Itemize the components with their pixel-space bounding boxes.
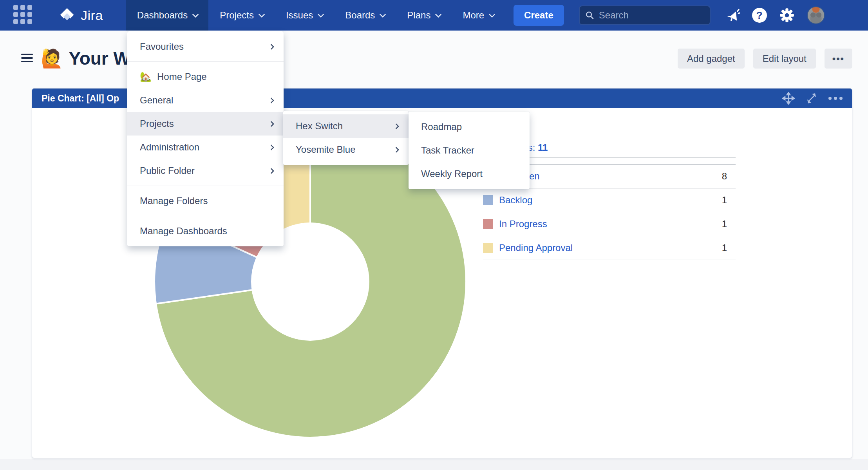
menu-item-task-tracker[interactable]: Task Tracker bbox=[409, 139, 530, 162]
chevron-right-icon bbox=[268, 97, 275, 103]
menu-item-label: Manage Dashboards bbox=[140, 226, 227, 237]
nav-item-issues[interactable]: Issues bbox=[275, 0, 334, 31]
menu-item-home-page[interactable]: 🏡Home Page bbox=[127, 65, 284, 89]
search-input[interactable] bbox=[599, 10, 704, 21]
expand-icon[interactable] bbox=[806, 92, 817, 104]
user-avatar[interactable] bbox=[807, 6, 825, 24]
nav-item-label: Dashboards bbox=[137, 10, 188, 21]
menu-item-manage-folders[interactable]: Manage Folders bbox=[127, 189, 284, 213]
nav-menu: DashboardsProjectsIssuesBoardsPlansMore bbox=[126, 0, 505, 31]
nav-item-label: Projects bbox=[220, 10, 254, 21]
legend-swatch bbox=[483, 195, 493, 205]
legend-swatch bbox=[483, 219, 493, 229]
announcements-megaphone-icon[interactable] bbox=[725, 7, 740, 23]
menu-separator bbox=[127, 186, 284, 186]
menu-item-projects[interactable]: Projects bbox=[127, 112, 284, 136]
create-button[interactable]: Create bbox=[514, 5, 564, 26]
menu-item-administration[interactable]: Administration bbox=[127, 136, 284, 159]
jira-logo-text: Jira bbox=[81, 8, 103, 23]
legend-count: 1 bbox=[722, 219, 727, 230]
top-navbar: Jira DashboardsProjectsIssuesBoardsPlans… bbox=[0, 0, 868, 31]
legend-label-link[interactable]: Pending Approval bbox=[499, 242, 722, 253]
menu-item-label: Yosemite Blue bbox=[296, 144, 356, 155]
chevron-right-icon bbox=[268, 121, 275, 127]
help-icon[interactable]: ? bbox=[752, 8, 767, 23]
jira-logo[interactable]: Jira bbox=[59, 0, 103, 31]
chevron-down-icon bbox=[489, 11, 495, 18]
chevron-down-icon bbox=[192, 11, 199, 18]
menu-item-label: Projects bbox=[140, 118, 174, 129]
menu-item-hex-switch[interactable]: Hex Switch bbox=[283, 114, 409, 138]
search-icon bbox=[585, 10, 594, 20]
sidebar-toggle-icon[interactable] bbox=[21, 54, 33, 64]
hex-switch-submenu: RoadmapTask TrackerWeekly Report bbox=[409, 112, 530, 189]
chevron-down-icon bbox=[380, 11, 386, 18]
menu-item-yosemite-blue[interactable]: Yosemite Blue bbox=[283, 138, 409, 161]
menu-item-roadmap[interactable]: Roadmap bbox=[409, 115, 530, 139]
search-box[interactable] bbox=[579, 5, 711, 25]
menu-item-label: Manage Folders bbox=[140, 195, 208, 206]
menu-item-public-folder[interactable]: Public Folder bbox=[127, 159, 284, 183]
nav-item-label: Plans bbox=[407, 10, 430, 21]
menu-item-label: Hex Switch bbox=[296, 121, 343, 132]
legend-row: Pending Approval1 bbox=[483, 236, 736, 260]
nav-item-label: More bbox=[463, 10, 484, 21]
legend-row: Backlog1 bbox=[483, 188, 736, 212]
dashboard-more-button[interactable]: ••• bbox=[825, 49, 852, 69]
edit-layout-button[interactable]: Edit layout bbox=[753, 49, 816, 69]
dashboard-actions: Add gadget Edit layout ••• bbox=[678, 49, 852, 69]
nav-item-plans[interactable]: Plans bbox=[396, 0, 451, 31]
chevron-right-icon bbox=[393, 123, 400, 129]
page-title-emoji: 🙋 bbox=[41, 48, 63, 69]
menu-item-label: General bbox=[140, 95, 173, 106]
legend-row: In Progress1 bbox=[483, 212, 736, 236]
move-icon[interactable] bbox=[782, 92, 795, 105]
page-title: 🙋 Your Wo bbox=[41, 48, 141, 69]
home-icon: 🏡 bbox=[140, 71, 152, 82]
menu-item-label: Weekly Report bbox=[421, 168, 483, 179]
legend-label-link[interactable]: Open bbox=[499, 171, 722, 182]
menu-item-label: Administration bbox=[140, 142, 199, 153]
chevron-down-icon bbox=[318, 11, 324, 18]
chevron-right-icon bbox=[268, 144, 275, 150]
page-background bbox=[0, 459, 868, 470]
jira-logo-icon bbox=[59, 7, 76, 24]
nav-item-label: Boards bbox=[345, 10, 375, 21]
menu-separator bbox=[127, 61, 284, 62]
menu-item-general[interactable]: General bbox=[127, 89, 284, 112]
chevron-down-icon bbox=[435, 11, 442, 18]
menu-separator bbox=[127, 216, 284, 216]
nav-item-label: Issues bbox=[286, 10, 313, 21]
legend-count: 1 bbox=[722, 242, 727, 253]
add-gadget-button[interactable]: Add gadget bbox=[678, 49, 745, 69]
nav-item-boards[interactable]: Boards bbox=[334, 0, 396, 31]
menu-item-manage-dashboards[interactable]: Manage Dashboards bbox=[127, 219, 284, 243]
menu-item-label: Task Tracker bbox=[421, 145, 474, 156]
legend-count: 1 bbox=[722, 195, 727, 206]
nav-item-dashboards[interactable]: Dashboards bbox=[126, 0, 208, 31]
navbar-right-icons: ? bbox=[725, 0, 825, 31]
legend-swatch bbox=[483, 243, 493, 253]
nav-item-projects[interactable]: Projects bbox=[208, 0, 275, 31]
menu-item-favourites[interactable]: Favourites bbox=[127, 35, 284, 58]
menu-item-label: Favourites bbox=[140, 41, 184, 52]
chevron-right-icon bbox=[268, 43, 275, 50]
legend-label-link[interactable]: In Progress bbox=[499, 219, 722, 230]
menu-item-label: Home Page bbox=[157, 71, 207, 82]
app-switcher-icon[interactable] bbox=[13, 5, 34, 25]
legend-count: 8 bbox=[722, 171, 727, 182]
menu-item-label: Roadmap bbox=[421, 121, 462, 132]
chevron-down-icon bbox=[259, 11, 265, 18]
nav-item-more[interactable]: More bbox=[451, 0, 505, 31]
menu-item-label: Public Folder bbox=[140, 165, 195, 176]
gadget-more-icon[interactable] bbox=[828, 97, 843, 100]
legend-label-link[interactable]: Backlog bbox=[499, 195, 722, 206]
chevron-right-icon bbox=[268, 168, 275, 174]
projects-submenu: Hex SwitchYosemite Blue bbox=[283, 111, 409, 165]
settings-gear-icon[interactable] bbox=[779, 7, 795, 24]
dashboards-dropdown-menu: Favourites🏡Home PageGeneralProjectsAdmin… bbox=[127, 31, 284, 246]
chevron-right-icon bbox=[393, 146, 400, 153]
menu-item-weekly-report[interactable]: Weekly Report bbox=[409, 162, 530, 186]
